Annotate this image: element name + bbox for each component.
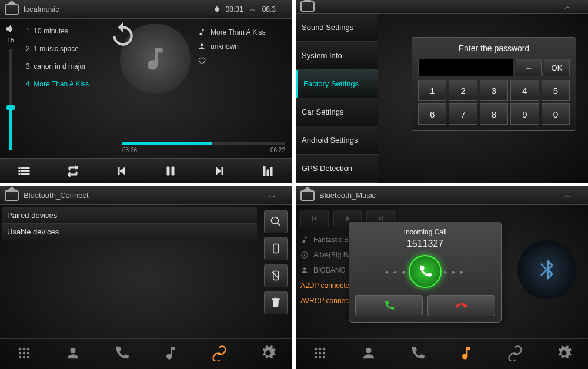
nav-music[interactable]: [162, 345, 179, 364]
paired-devices-header[interactable]: Paired devices: [2, 207, 257, 224]
nav-dialpad[interactable]: [16, 345, 32, 364]
key-7[interactable]: 7: [449, 103, 477, 125]
nav-dialpad[interactable]: [312, 345, 328, 364]
nav-link[interactable]: [507, 345, 523, 364]
track-item[interactable]: 4. More Than A Kiss: [24, 75, 113, 93]
usable-devices-header[interactable]: Usable devices: [2, 224, 257, 240]
svg-point-7: [23, 351, 26, 354]
home-icon[interactable]: [5, 190, 19, 201]
menu-car[interactable]: Car Settings: [296, 98, 378, 126]
person-icon: [300, 266, 309, 274]
key-4[interactable]: 4: [510, 80, 539, 101]
refresh-icon[interactable]: [108, 21, 138, 51]
nav-link[interactable]: [211, 345, 228, 364]
delete-button[interactable]: [264, 291, 288, 314]
bottom-nav: [296, 338, 588, 369]
answer-swipe[interactable]: [409, 255, 442, 288]
menu-factory[interactable]: Factory Settings: [296, 70, 378, 98]
elapsed-time: 03:36: [122, 147, 137, 153]
prev-button[interactable]: [300, 210, 329, 227]
key-1[interactable]: 1: [418, 80, 446, 101]
bluetooth-music-panel: Bluetooth_Music ︿ Fantastic Baby Alive(B…: [296, 186, 588, 369]
volume-icon[interactable]: [5, 24, 16, 34]
dots-left: ◂ ◂ ◂: [385, 269, 406, 275]
svg-point-8: [27, 351, 30, 354]
topbar: Bluetooth_Connect ︿: [0, 186, 292, 205]
disconnect-button[interactable]: [264, 264, 288, 287]
phone-icon: [409, 345, 426, 361]
connect-button[interactable]: [264, 237, 288, 260]
topbar: localmusic ✱ 08:31 ︿ 08:3: [0, 0, 292, 19]
gear-icon: [260, 345, 276, 361]
nav-history[interactable]: [409, 345, 426, 364]
music-note-icon: [458, 345, 475, 361]
phone-decline-icon: [456, 300, 467, 311]
key-2[interactable]: 2: [449, 80, 477, 101]
menu-system[interactable]: System Info: [296, 42, 378, 70]
nav-settings[interactable]: [260, 345, 276, 364]
backspace-button[interactable]: ←: [516, 59, 542, 76]
bt-artist: BIGBANG: [313, 266, 346, 274]
svg-point-10: [23, 355, 26, 358]
playlist-button[interactable]: [17, 164, 31, 178]
svg-point-21: [319, 355, 322, 358]
key-6[interactable]: 6: [418, 103, 446, 125]
chevron-up-icon: ︿: [564, 190, 572, 200]
svg-point-13: [304, 254, 305, 256]
track-item[interactable]: 1. 10 minutes: [24, 22, 113, 40]
track-item[interactable]: 2. 1 music space: [24, 40, 113, 58]
volume-level: 15: [7, 36, 14, 43]
key-8[interactable]: 8: [480, 103, 508, 125]
svg-point-16: [323, 347, 326, 350]
answer-button[interactable]: [355, 295, 423, 316]
next-button[interactable]: [212, 164, 226, 178]
key-9[interactable]: 9: [510, 103, 539, 125]
nav-settings[interactable]: [556, 345, 572, 364]
search-icon: [270, 216, 282, 227]
favorite-button[interactable]: [198, 56, 266, 65]
track-item[interactable]: 3. canon in d major: [24, 58, 113, 75]
key-5[interactable]: 5: [542, 80, 570, 101]
prev-button[interactable]: [115, 164, 129, 178]
svg-point-20: [315, 355, 318, 358]
equalizer-button[interactable]: [261, 164, 275, 178]
svg-rect-0: [273, 244, 278, 253]
pause-button[interactable]: [163, 164, 178, 178]
now-title-row: More Than A Kiss: [198, 28, 266, 36]
nav-contacts[interactable]: [65, 345, 81, 364]
person-icon: [360, 345, 377, 361]
chevron-up-icon: ︿: [269, 190, 276, 200]
app-title: localmusic: [24, 5, 209, 14]
repeat-button[interactable]: [66, 164, 80, 178]
dialpad-icon: [16, 345, 32, 361]
nav-music[interactable]: [458, 345, 475, 364]
progress-bar[interactable]: [122, 142, 285, 145]
menu-sound[interactable]: Sound Settings: [296, 14, 378, 42]
menu-gps[interactable]: GPS Detection: [296, 155, 378, 183]
home-icon[interactable]: [300, 190, 315, 201]
home-icon[interactable]: [300, 1, 315, 12]
ok-button[interactable]: OK: [544, 59, 570, 76]
app-title: Bluetooth_Connect: [24, 191, 264, 200]
svg-point-6: [19, 351, 22, 354]
menu-android[interactable]: Android Settings: [296, 126, 378, 155]
volume-slider[interactable]: [9, 49, 12, 150]
decline-button[interactable]: [427, 295, 495, 316]
phone-icon: [417, 264, 433, 279]
device-list: Paired devices Usable devices: [0, 205, 259, 338]
search-button[interactable]: [264, 210, 288, 233]
now-artist-row: unknown: [198, 42, 266, 51]
person-icon: [198, 42, 206, 51]
password-dialog: Enter the password ← OK 1 2 3 4 5 6 7 8 …: [412, 37, 576, 131]
topbar: ︿: [296, 0, 588, 14]
password-input[interactable]: [418, 59, 513, 76]
clock: 08:31: [226, 5, 243, 14]
clock2: 08:3: [262, 5, 276, 14]
home-icon[interactable]: [5, 4, 19, 15]
bottom-nav: [0, 338, 292, 369]
key-3[interactable]: 3: [480, 80, 508, 101]
nav-contacts[interactable]: [360, 345, 377, 364]
key-0[interactable]: 0: [542, 103, 570, 125]
svg-point-11: [27, 355, 30, 358]
nav-history[interactable]: [113, 345, 130, 364]
